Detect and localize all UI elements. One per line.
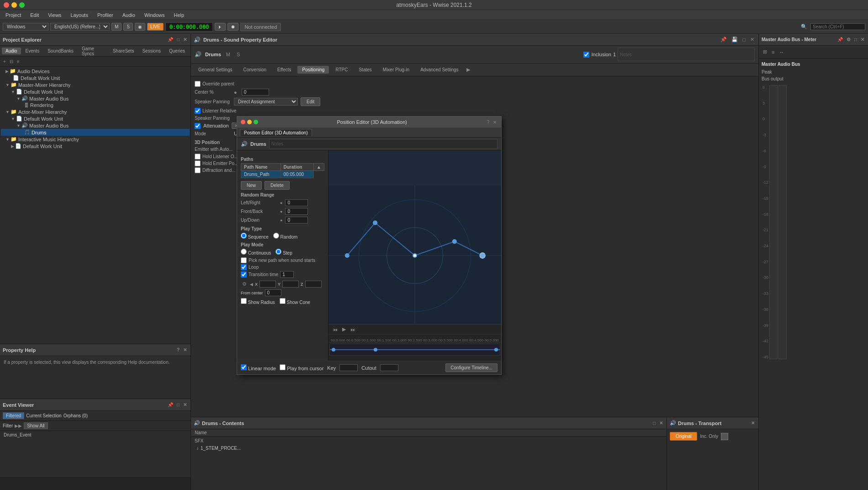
transport-close-icon[interactable]: ✕ [750,420,756,426]
meter-expand-icon[interactable]: ↔ [778,49,785,55]
menu-windows[interactable]: Windows [143,11,167,19]
pos-editor-close-icon[interactable]: ✕ [492,119,498,125]
pe-close-icon[interactable]: ✕ [182,37,188,43]
show-all-btn[interactable]: Show All [24,422,48,429]
tab-sessions[interactable]: Sessions [138,48,164,54]
tab-soundbanks[interactable]: SoundBanks [44,48,77,54]
original-btn[interactable]: Original [670,432,697,441]
live-btn[interactable]: LIVE [147,23,164,31]
tab-states[interactable]: States [354,66,376,74]
ev-close-icon[interactable]: ✕ [182,402,188,408]
filtered-btn[interactable]: Filtered [3,412,24,419]
z-input[interactable] [305,281,322,288]
spe-maximize-icon[interactable]: □ [741,36,747,43]
pe-pin-icon[interactable]: 📌 [167,37,174,43]
show-radius-label[interactable]: Show Radius [241,298,275,305]
timeline-play-icon[interactable]: ▶ [341,326,347,333]
timeline-ff-icon[interactable]: ⏭ [349,326,357,333]
tab-queries[interactable]: Queries [165,48,189,54]
ev-pin-icon[interactable]: 📌 [167,402,174,408]
tree-more-btn[interactable]: ≡ [16,59,21,64]
sequence-radio[interactable] [241,233,247,239]
configure-timeline-btn[interactable]: Configure Timeline... [445,363,498,372]
menu-edit[interactable]: Edit [28,11,41,19]
pos-minimize-btn[interactable] [247,120,252,124]
m-btn[interactable]: M [111,23,122,31]
language-selector[interactable]: English(US) (Refere...) [50,23,110,31]
menu-project[interactable]: Project [4,11,23,19]
new-path-btn[interactable]: New [241,181,262,190]
menu-layouts[interactable]: Layouts [69,11,90,19]
tab-general-settings[interactable]: General Settings [194,66,237,74]
menu-views[interactable]: Views [46,11,63,19]
hold-emitter-checkbox[interactable] [195,160,201,166]
tree-actor-default-unit[interactable]: ▼ 📄 Default Work Unit [1,115,190,122]
step-radio[interactable] [275,249,281,255]
meter-grid-view-icon[interactable]: ⊞ [762,48,768,55]
play-from-cursor-checkbox[interactable] [280,364,286,370]
menu-profiler[interactable]: Profiler [95,11,115,19]
inclusion-checkbox[interactable] [583,52,589,58]
pos-editor-tab[interactable]: Position Editor (3D Automation) [240,129,312,136]
attenuation-checkbox[interactable] [195,123,201,129]
linear-mode-label[interactable]: Linear mode [241,364,276,371]
path-row[interactable]: Drums_Path 00:05.000 [241,171,324,178]
meter-settings-icon[interactable]: ⚙ [846,37,852,43]
edit-btn[interactable]: Edit [301,97,320,106]
spe-save-icon[interactable]: 💾 [730,36,739,43]
s-btn[interactable]: S [123,23,133,31]
tree-filter-btn[interactable]: ⊟ [8,59,15,64]
menu-audio[interactable]: Audio [121,11,137,19]
tab-audio[interactable]: Audio [2,48,21,54]
xyz-copy-icon[interactable]: ⚙ [241,281,248,288]
sequence-radio-label[interactable]: Sequence [241,233,269,240]
show-cone-checkbox[interactable] [280,298,286,304]
contents-close-icon[interactable]: ✕ [658,420,664,426]
transport-record[interactable]: ⏺ [228,23,238,31]
tab-sharesets[interactable]: ShareSets [109,48,138,54]
random-radio-label[interactable]: Random [273,233,298,240]
meter-maximize-icon[interactable]: □ [853,37,858,43]
tree-actor-mixer[interactable]: ▼ 📁 Actor-Mixer Hierarchy [1,108,190,115]
speaker-panning-select[interactable]: Direct Assignment [234,98,298,106]
tree-rendering[interactable]: 🎛 Rendering [1,102,190,108]
pe-maximize-icon[interactable]: □ [176,37,180,43]
diffraction-checkbox[interactable] [195,167,201,173]
tab-mixer-plugin[interactable]: Mixer Plug-in [378,66,414,74]
meter-pin-icon[interactable]: 📌 [836,37,844,43]
timeline-rewind-icon[interactable]: ⏮ [331,326,339,333]
tree-drums[interactable]: 🎵 Drums [1,129,190,136]
tree-interactive-unit[interactable]: ▶ 📄 Default Work Unit [1,143,190,149]
tab-effects[interactable]: Effects [273,66,296,74]
transition-time-checkbox[interactable] [241,272,247,277]
from-center-input[interactable] [265,289,281,296]
meter-list-view-icon[interactable]: ≡ [770,49,776,55]
x-input[interactable] [259,281,276,288]
linear-mode-checkbox[interactable] [241,364,247,370]
hold-listener-checkbox[interactable] [195,154,201,160]
contents-maximize-icon[interactable]: □ [652,420,656,426]
tree-audio-devices[interactable]: ▶ 📁 Audio Devices [1,68,190,75]
show-cone-label[interactable]: Show Cone [280,298,310,305]
search-input[interactable] [810,23,865,30]
m-icon-btn[interactable]: M [225,51,232,58]
monitor-btn[interactable]: ◉ [135,23,145,31]
tab-rtpc[interactable]: RTPC [331,66,352,74]
ph-close-icon[interactable]: ✕ [182,347,188,353]
tab-conversion[interactable]: Conversion [239,66,271,74]
s-icon-btn[interactable]: S [235,51,241,58]
pos-notes[interactable]: Notes [271,141,283,146]
search-btn[interactable]: 🔍 [799,23,809,30]
front-back-input[interactable] [285,208,308,215]
workspace-selector[interactable]: Windows [3,23,48,31]
spe-pin-icon[interactable]: 📌 [719,36,728,43]
close-button[interactable] [4,2,9,8]
pos-maximize-btn[interactable] [254,120,258,124]
continuous-radio[interactable] [241,249,247,255]
pick-new-path-checkbox[interactable] [241,257,247,263]
tab-positioning[interactable]: Positioning [297,66,329,74]
ph-help-icon[interactable]: ? [176,347,180,353]
delete-path-btn[interactable]: Delete [265,181,290,190]
random-radio[interactable] [273,233,279,239]
continuous-radio-label[interactable]: Continuous [241,249,271,256]
